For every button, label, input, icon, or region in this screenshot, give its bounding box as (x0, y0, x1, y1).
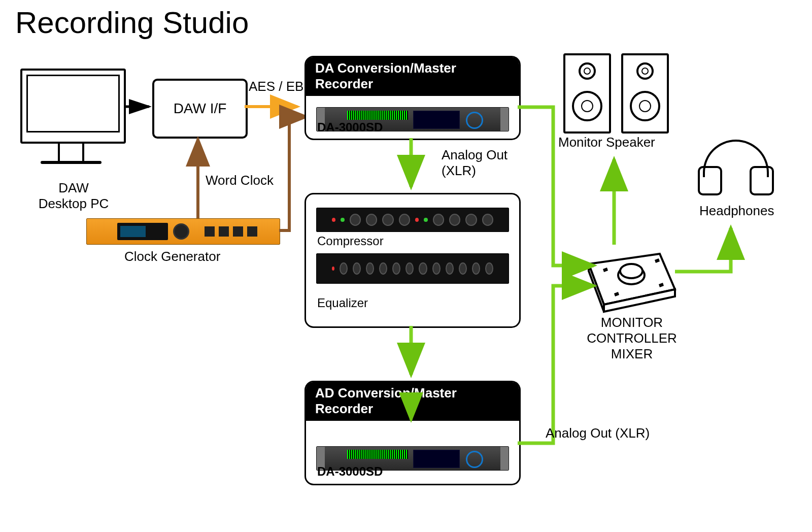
da-conversion-box: DA Conversion/Master Recorder DA-3000SD (304, 56, 521, 140)
analog-out-1-label: Analog Out (XLR) (442, 147, 507, 179)
daw-pc-label: DAW Desktop PC (20, 180, 127, 212)
svg-point-10 (620, 264, 642, 278)
compressor-device (316, 208, 509, 232)
ad-model-label: DA-3000SD (317, 464, 383, 479)
arrow-pc-to-dawif (126, 102, 156, 117)
clock-generator-device (86, 218, 280, 245)
processor-box: Compressor Equalizer (304, 193, 521, 328)
equalizer-label: Equalizer (317, 296, 368, 310)
arrow-processor-to-ad (403, 326, 424, 382)
daw-pc-icon (20, 69, 122, 164)
arrow-ad-to-monitor (518, 282, 604, 449)
word-clock-label: Word Clock (206, 173, 274, 188)
arrow-monitor-to-speaker (606, 152, 627, 246)
daw-interface-label: DAW I/F (174, 101, 227, 117)
analog-out-2-label: Analog Out (XLR) (546, 425, 650, 441)
ad-conversion-box: AD Conversion/Master Recorder DA-3000SD (304, 381, 521, 485)
da-model-label: DA-3000SD (317, 120, 383, 135)
arrow-monitor-to-headphones (675, 221, 751, 282)
compressor-label: Compressor (317, 234, 384, 248)
arrow-da-to-processor (403, 138, 424, 194)
equalizer-device (316, 253, 509, 284)
aes-ebu-label: AES / EBU (249, 79, 313, 94)
headphones-label: Headphones (699, 203, 774, 219)
arrow-da-to-monitor (518, 103, 604, 276)
headphones-icon (698, 140, 774, 195)
clock-generator-label: Clock Generator (124, 249, 220, 264)
arrow-into-ad-device (405, 406, 420, 426)
page-title: Recording Studio (15, 5, 249, 40)
da-box-header: DA Conversion/Master Recorder (306, 57, 519, 96)
daw-interface-box: DAW I/F (152, 79, 248, 139)
